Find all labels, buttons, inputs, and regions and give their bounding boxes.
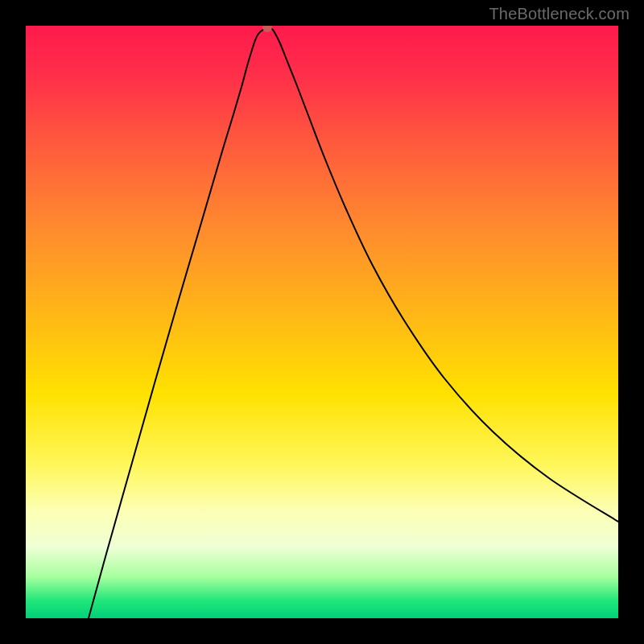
plot-area (26, 26, 618, 618)
watermark-text: TheBottleneck.com (489, 5, 630, 23)
curve-svg (26, 26, 618, 618)
bottleneck-curve (89, 27, 618, 618)
min-point-marker (262, 26, 272, 32)
chart-frame: TheBottleneck.com (0, 0, 644, 644)
